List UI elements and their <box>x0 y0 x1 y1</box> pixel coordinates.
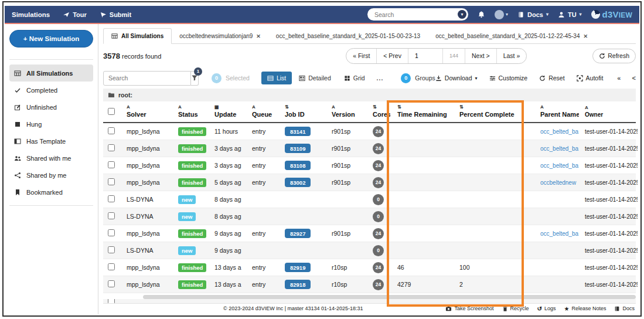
pagination-prev-button[interactable]: < Prev <box>377 49 408 63</box>
scrollbar-thumb[interactable] <box>143 295 636 299</box>
docs-footer-button[interactable]: Docs <box>614 306 635 312</box>
row-checkbox[interactable] <box>108 212 115 219</box>
column-header-time-remaining[interactable]: ⇅Time Remaining <box>390 104 454 118</box>
groups-count-group[interactable]: 0 Groups <box>401 73 435 83</box>
column-header-queue[interactable]: AQueue <box>243 104 275 118</box>
sidebar-item-shared-with-me[interactable]: Shared with me <box>9 150 93 167</box>
view-detailed-button[interactable]: Detailed <box>293 72 337 84</box>
row-checkbox[interactable] <box>108 144 115 151</box>
job-id-badge[interactable]: 83109 <box>285 144 311 153</box>
sidebar-item-shared-by-me[interactable]: Shared by me <box>9 167 93 184</box>
row-checkbox[interactable] <box>108 280 115 287</box>
scroll-prev-button[interactable]: < <box>632 74 635 82</box>
docs-menu[interactable]: Docs ▾ <box>517 11 548 18</box>
cell-job-id: 83109 <box>275 144 322 153</box>
sidebar-item-completed[interactable]: Completed <box>9 82 93 99</box>
job-id-badge[interactable]: 82918 <box>285 280 311 289</box>
take-screenshot-button[interactable]: Take Screenshot <box>445 306 493 312</box>
sidebar-item-hung[interactable]: Hung <box>9 116 93 133</box>
table-row[interactable]: mpp_lsdyna finished 13 days a entry 8291… <box>103 276 636 293</box>
column-header-percent-complete[interactable]: ⇅Percent Complete <box>454 104 534 118</box>
download-button[interactable]: Download ▾ <box>435 74 478 82</box>
column-header-solver[interactable]: ASolver <box>121 104 172 118</box>
job-id-badge[interactable]: 83141 <box>285 127 311 136</box>
table-row[interactable]: mpp_lsdyna finished 3 days ag entry 8310… <box>103 140 636 157</box>
reset-button[interactable]: Reset <box>539 74 564 82</box>
autofit-button[interactable]: Autofit <box>577 74 604 82</box>
cell-job-id: 83141 <box>275 127 322 136</box>
table-row[interactable]: mpp_lsdyna finished 9 days ag entry 8292… <box>103 225 636 242</box>
recycle-button[interactable]: Recycle <box>502 306 529 312</box>
table-row[interactable]: mpp_lsdyna finished 13 days a entry 8291… <box>103 259 636 276</box>
sidebar-item-unfinished[interactable]: Unfinished <box>9 99 93 116</box>
page-number-input[interactable] <box>415 52 436 59</box>
table-row[interactable]: mpp_lsdyna finished 5 days ag entry 8300… <box>103 174 636 191</box>
row-checkbox[interactable] <box>108 263 115 270</box>
global-search-input[interactable] <box>374 11 445 18</box>
job-id-badge[interactable]: 82927 <box>285 229 311 238</box>
column-header-status[interactable]: AStatus <box>172 104 207 118</box>
row-checkbox[interactable] <box>108 195 115 202</box>
folder-row[interactable]: root: <box>103 89 636 101</box>
tab-close-icon[interactable]: ✕ <box>583 33 588 39</box>
job-id-badge[interactable]: 83108 <box>285 161 311 170</box>
job-id-badge[interactable]: 82919 <box>285 263 311 272</box>
filter-button[interactable]: 1 <box>191 71 199 86</box>
cell-cores: 24 <box>368 143 390 154</box>
logs-button[interactable]: ↺ Logs <box>537 306 556 312</box>
bell-icon[interactable] <box>478 11 485 18</box>
pagination-next-button[interactable]: Next > <box>465 49 497 63</box>
row-checkbox[interactable] <box>108 161 115 168</box>
row-checkbox[interactable] <box>108 246 115 253</box>
tab-all-simulations[interactable]: All Simulations <box>103 28 172 44</box>
new-simulation-button[interactable]: + New Simulation <box>9 30 93 47</box>
table-search-input[interactable] <box>103 71 191 86</box>
refresh-button[interactable]: Refresh <box>592 49 636 63</box>
column-header-version[interactable]: AVersion <box>322 104 368 118</box>
view-grid-button[interactable]: Grid <box>338 72 371 84</box>
parent-name-link[interactable]: occ_belted_ba <box>540 162 578 169</box>
tab-occ-belted-baseline-2[interactable]: occ_belted_baseline_standard_k_2025-01-1… <box>428 29 595 43</box>
global-search[interactable]: ▾ <box>367 8 468 21</box>
sidebar-item-has-template[interactable]: Has Template <box>9 133 93 150</box>
row-checkbox[interactable] <box>108 127 115 134</box>
table-row[interactable]: LS-DYNA new 9 days ag 0 test-user-01-14-… <box>103 242 636 259</box>
column-header-update[interactable]: ▦Update <box>207 104 243 118</box>
scroll-first-button[interactable]: « <box>617 74 621 82</box>
cores-badge: 0 <box>373 194 384 205</box>
row-checkbox[interactable] <box>108 178 115 185</box>
tab-occbeltednewsimulationjan9[interactable]: occbeltednewsimulationjan9 ✕ <box>172 29 268 43</box>
parent-name-link[interactable]: occ_belted_ba <box>540 230 578 237</box>
submit-button[interactable]: Submit <box>100 11 131 18</box>
column-header-parent-name[interactable]: AParent Name <box>534 104 579 118</box>
column-header-cores[interactable]: ⇅Cores <box>368 104 390 118</box>
tab-occ-belted-baseline-1[interactable]: occ_belted_baseline_standard_k_2025-01-1… <box>268 29 428 43</box>
parent-name-link[interactable]: occ_belted_ba <box>540 128 578 135</box>
parent-name-link[interactable]: occbeltednew <box>540 179 576 186</box>
job-id-badge[interactable]: 83002 <box>285 178 311 187</box>
table-row[interactable]: LS-DYNA new 8 days ag 0 test-user-01-14-… <box>103 208 636 225</box>
select-all-checkbox[interactable] <box>108 108 115 115</box>
table-row[interactable]: LS-DYNA new 8 days ag 0 test-user-01-14-… <box>103 191 636 208</box>
user-avatar-menu[interactable]: ▾ <box>495 10 508 19</box>
column-header-job-id[interactable]: ⇅Job ID <box>275 104 322 118</box>
pagination-first-button[interactable]: « First <box>346 49 377 63</box>
sidebar-item-all-simulations[interactable]: All Simulations <box>9 65 93 82</box>
tour-button[interactable]: Tour <box>63 11 87 18</box>
search-scope-dropdown[interactable]: ▾ <box>458 10 466 19</box>
row-checkbox[interactable] <box>108 299 115 303</box>
user-menu[interactable]: TU ▾ <box>558 11 582 18</box>
tab-close-icon[interactable]: ✕ <box>256 33 261 39</box>
table-row[interactable]: mpp_lsdyna finished 11 hours entry 83141… <box>103 123 636 140</box>
view-list-button[interactable]: List <box>261 72 292 84</box>
sidebar-item-bookmarked[interactable]: Bookmarked <box>9 184 93 201</box>
pagination-last-button[interactable]: Last » <box>497 49 527 63</box>
customize-button[interactable]: Customize <box>489 74 528 82</box>
row-checkbox[interactable] <box>108 229 115 236</box>
column-header-owner[interactable]: AOwner <box>579 105 638 118</box>
release-notes-button[interactable]: ★ Release Notes <box>564 306 606 312</box>
parent-name-link[interactable]: occ_belted_ba <box>540 145 578 152</box>
reset-icon <box>539 75 546 82</box>
table-row[interactable]: mpp_lsdyna finished 3 days ag entry 8310… <box>103 157 636 174</box>
more-views-button[interactable]: ... <box>372 72 389 84</box>
